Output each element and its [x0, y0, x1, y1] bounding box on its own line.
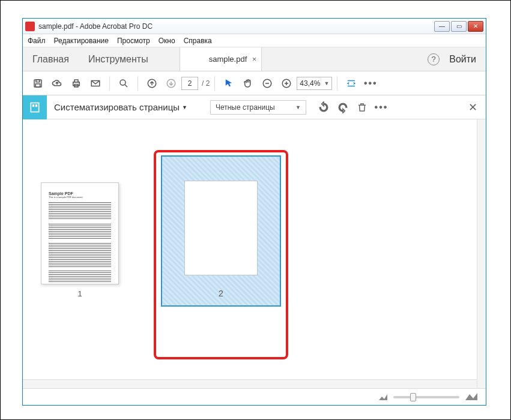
zoom-value: 43,4%: [300, 79, 320, 88]
save-icon[interactable]: [29, 74, 47, 92]
help-icon[interactable]: ?: [428, 53, 440, 65]
titlebar[interactable]: sample.pdf - Adobe Acrobat Pro DC — ▭ ✕: [23, 19, 486, 34]
zoom-slider-min-icon: [379, 392, 387, 403]
slider-knob[interactable]: [410, 393, 416, 401]
thumbnails-area[interactable]: Sample PDF This is a sample PDF document…: [23, 119, 486, 388]
zoom-select[interactable]: 43,4% ▼: [297, 77, 332, 90]
more-icon[interactable]: •••: [375, 101, 388, 114]
menu-help[interactable]: Справка: [184, 37, 212, 45]
chevron-down-icon: ▼: [182, 104, 187, 110]
tabbar: Главная Инструменты sample.pdf × ? Войти: [23, 47, 486, 71]
prev-page-icon[interactable]: [143, 74, 161, 92]
page-number-label: 1: [77, 289, 82, 298]
window-title: sample.pdf - Adobe Acrobat Pro DC: [38, 22, 434, 31]
scrollbar-horizontal[interactable]: [23, 379, 477, 388]
organize-title[interactable]: Систематизировать страницы ▼: [47, 102, 195, 112]
svg-rect-4: [74, 80, 78, 82]
page-total-label: / 2: [202, 79, 210, 88]
svg-point-7: [120, 80, 125, 85]
page-number-label: 2: [219, 289, 223, 298]
menu-view[interactable]: Просмотр: [117, 37, 150, 45]
svg-rect-14: [35, 104, 37, 107]
tab-home[interactable]: Главная: [23, 47, 79, 71]
search-icon[interactable]: [115, 74, 133, 92]
rotate-ccw-icon[interactable]: [317, 101, 330, 114]
next-page-icon[interactable]: [162, 74, 180, 92]
window-controls: — ▭ ✕: [434, 21, 483, 32]
menu-file[interactable]: Файл: [28, 37, 46, 45]
chevron-down-icon: ▼: [324, 80, 329, 86]
cloud-upload-icon[interactable]: [48, 74, 66, 92]
toolbar: / 2 43,4% ▼ •••: [23, 71, 486, 95]
tab-tools[interactable]: Инструменты: [79, 47, 158, 71]
bottom-bar: [23, 388, 486, 405]
tab-document[interactable]: sample.pdf ×: [180, 47, 262, 71]
chevron-down-icon: ▼: [295, 104, 301, 110]
thumbnail-zoom-slider[interactable]: [393, 396, 459, 398]
svg-rect-1: [36, 80, 40, 82]
email-icon[interactable]: [86, 74, 104, 92]
organize-pages-icon[interactable]: [23, 95, 47, 119]
login-button[interactable]: Войти: [449, 54, 476, 65]
hand-tool-icon[interactable]: [239, 74, 257, 92]
minimize-button[interactable]: —: [434, 21, 450, 32]
close-button[interactable]: ✕: [468, 21, 483, 32]
menu-edit[interactable]: Редактирование: [54, 37, 109, 45]
menubar: Файл Редактирование Просмотр Окно Справк…: [23, 34, 486, 47]
tab-close-icon[interactable]: ×: [252, 55, 257, 64]
content-area: Sample PDF This is a sample PDF document…: [23, 119, 486, 405]
print-icon[interactable]: [67, 74, 85, 92]
svg-rect-2: [35, 83, 40, 86]
page-1-preview: Sample PDF This is a sample PDF document: [41, 182, 119, 284]
page-thumbnail[interactable]: Sample PDF This is a sample PDF document…: [41, 155, 119, 352]
scrollbar-vertical[interactable]: [477, 119, 486, 388]
rotate-cw-icon[interactable]: [336, 101, 349, 114]
trash-icon[interactable]: [355, 101, 369, 114]
select-tool-icon[interactable]: [220, 74, 238, 92]
page-thumbnail-selected[interactable]: 2: [161, 155, 281, 352]
zoom-slider-max-icon: [465, 392, 477, 403]
page-filter-select[interactable]: Четные страницы ▼: [210, 100, 306, 115]
app-window: sample.pdf - Adobe Acrobat Pro DC — ▭ ✕ …: [22, 18, 486, 406]
svg-rect-12: [31, 103, 38, 112]
page-2-preview: [184, 181, 258, 275]
menu-window[interactable]: Окно: [159, 37, 175, 45]
page-number-input[interactable]: [181, 77, 198, 90]
zoom-in-icon[interactable]: [277, 74, 295, 92]
more-icon[interactable]: •••: [361, 74, 379, 92]
close-panel-icon[interactable]: ✕: [468, 101, 477, 114]
organize-toolbar: Систематизировать страницы ▼ Четные стра…: [23, 95, 486, 119]
app-icon: [25, 22, 35, 31]
maximize-button[interactable]: ▭: [451, 21, 467, 32]
svg-rect-13: [32, 104, 34, 107]
zoom-out-icon[interactable]: [258, 74, 276, 92]
page-filter-value: Четные страницы: [216, 103, 275, 112]
selection-frame: 2: [161, 155, 281, 307]
fit-width-icon[interactable]: [342, 74, 360, 92]
tab-document-label: sample.pdf: [209, 55, 247, 64]
